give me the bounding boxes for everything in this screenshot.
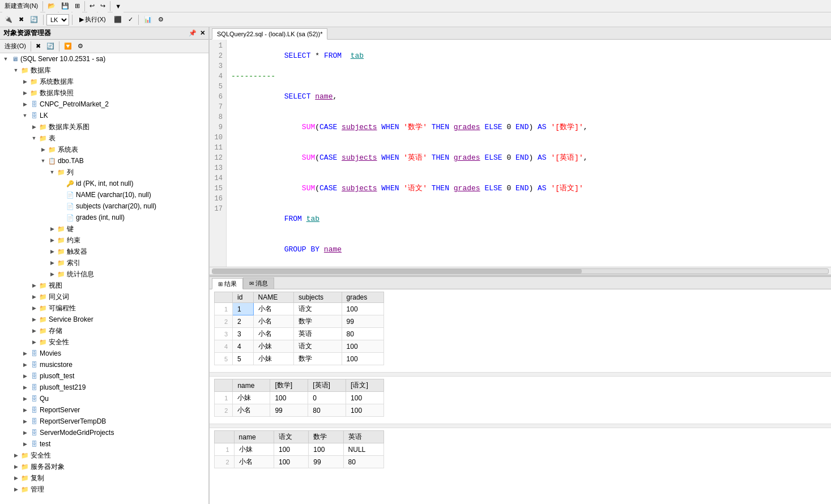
tree-lk-security[interactable]: ▶ 📁 安全性 xyxy=(0,336,208,348)
tree-indexes[interactable]: ▶ 📁 索引 xyxy=(0,257,208,268)
cell-math[interactable]: 99 xyxy=(309,456,343,468)
expand-plusoft-test[interactable]: ▶ xyxy=(20,371,29,381)
hscroll-thumb[interactable] xyxy=(212,269,582,274)
col-header-id[interactable]: id xyxy=(233,292,253,303)
expand-lk-security[interactable]: ▶ xyxy=(29,338,39,347)
col-header-name3[interactable]: name xyxy=(234,431,274,443)
table-row[interactable]: 5 5 小妹 数学 100 xyxy=(215,353,384,365)
expand-prog[interactable]: ▶ xyxy=(29,304,39,313)
toolbar-save[interactable]: 💾 xyxy=(59,0,71,12)
expand-keys[interactable]: ▶ xyxy=(48,224,57,233)
parse-button[interactable]: ✓ xyxy=(126,14,135,26)
cell-name[interactable]: 小妹 xyxy=(233,392,270,404)
expand-broker[interactable]: ▶ xyxy=(29,315,39,324)
expand-sys-tables[interactable]: ▶ xyxy=(39,145,48,154)
expand-reportserver[interactable]: ▶ xyxy=(20,405,29,415)
cell-chinese[interactable]: 100 xyxy=(274,456,308,468)
tree-system-dbs[interactable]: ▶ 📁 系统数据库 xyxy=(0,76,208,87)
cell-chinese[interactable]: 100 xyxy=(346,392,384,404)
cell-name[interactable]: 小妹 xyxy=(253,340,294,353)
tree-lk-tables[interactable]: ▼ 📁 表 xyxy=(0,133,208,144)
tree-col-grades[interactable]: ▶ 📄 grades (int, null) xyxy=(0,212,208,223)
expand-server-security[interactable]: ▶ xyxy=(11,451,20,460)
editor-hscroll[interactable] xyxy=(210,267,831,275)
tree-storage[interactable]: ▶ 📁 存储 xyxy=(0,325,208,336)
expand-indexes[interactable]: ▶ xyxy=(48,258,57,267)
cell-name[interactable]: 小名 xyxy=(253,328,294,340)
expand-views[interactable]: ▶ xyxy=(29,281,39,290)
tree-server-objects[interactable]: ▶ 📁 服务器对象 xyxy=(0,461,208,472)
expand-triggers[interactable]: ▶ xyxy=(48,247,57,256)
toolbar-more[interactable]: ▼ xyxy=(113,0,123,12)
cell-grades[interactable]: 100 xyxy=(342,340,383,353)
expand-constraints[interactable]: ▶ xyxy=(48,236,57,245)
col-header-chinese[interactable]: [语文] xyxy=(346,379,384,392)
cell-name[interactable]: 小名 xyxy=(253,303,294,315)
col-header-math3[interactable]: 数学 xyxy=(309,431,343,443)
cell-grades[interactable]: 80 xyxy=(342,328,383,340)
cell-id[interactable]: 3 xyxy=(233,328,253,340)
cell-math[interactable]: 99 xyxy=(270,404,308,417)
cell-name[interactable]: 小名 xyxy=(233,404,270,417)
cell-grades[interactable]: 100 xyxy=(342,353,383,365)
tree-qu[interactable]: ▶ 🗄 Qu xyxy=(0,393,208,404)
tree-col-subjects[interactable]: ▶ 📄 subjects (varchar(20), null) xyxy=(0,200,208,212)
refresh-icon[interactable]: 🔄 xyxy=(44,40,57,53)
tree-synonyms[interactable]: ▶ 📁 同义词 xyxy=(0,291,208,302)
execute-button[interactable]: ▶ 执行(X) xyxy=(75,14,110,26)
result-tab-messages[interactable]: ✉ 消息 xyxy=(243,277,274,289)
cell-id[interactable]: 4 xyxy=(233,340,253,353)
editor-tab[interactable]: SQLQuery22.sql - (local).LK (sa (52))* xyxy=(212,28,327,40)
tree-service-broker[interactable]: ▶ 📁 Service Broker xyxy=(0,314,208,325)
cell-name[interactable]: 小妹 xyxy=(253,353,294,365)
expand-lk[interactable]: ▼ xyxy=(20,111,29,120)
tree-db-snapshots[interactable]: ▶ 📁 数据库快照 xyxy=(0,87,208,99)
table-row[interactable]: 1 小妹 100 100 NULL xyxy=(215,443,384,456)
tree-servermodegridprojects[interactable]: ▶ 🗄 ServerModeGridProjects xyxy=(0,427,208,438)
table-row[interactable]: 2 2 小名 数学 99 xyxy=(215,315,384,328)
tree-movies[interactable]: ▶ 🗄 Movies xyxy=(0,348,208,359)
expand-synonyms[interactable]: ▶ xyxy=(29,292,39,301)
editor-area[interactable]: 12345 678910 1112131415 1617 SELECT * FR… xyxy=(210,40,831,267)
cell-subjects[interactable]: 数学 xyxy=(294,315,342,328)
tree-server-security[interactable]: ▶ 📁 安全性 xyxy=(0,450,208,461)
cell-grades[interactable]: 99 xyxy=(342,315,383,328)
toolbar-redo[interactable]: ↪ xyxy=(98,0,108,12)
expand-columns[interactable]: ▼ xyxy=(48,168,57,177)
tree-col-id[interactable]: ▶ 🔑 id (PK, int, not null) xyxy=(0,178,208,189)
col-header-name[interactable]: NAME xyxy=(253,292,294,303)
cell-grades[interactable]: 100 xyxy=(342,303,383,315)
cell-math[interactable]: 100 xyxy=(270,392,308,404)
settings-icon[interactable]: ⚙ xyxy=(75,40,86,53)
expand-stats[interactable]: ▶ xyxy=(48,270,57,279)
cell-chinese[interactable]: 100 xyxy=(346,404,384,417)
disconnect-icon[interactable]: ✖ xyxy=(33,40,43,53)
cell-name[interactable]: 小名 xyxy=(253,315,294,328)
tree-management[interactable]: ▶ 📁 管理 xyxy=(0,484,208,495)
database-selector[interactable]: LK xyxy=(46,14,69,25)
toolbar-open[interactable]: 📂 xyxy=(45,0,58,12)
tree-lk-diagram[interactable]: ▶ 📁 数据库关系图 xyxy=(0,121,208,133)
expand-storage[interactable]: ▶ xyxy=(29,326,39,335)
tree-musicstore[interactable]: ▶ 🗄 musicstore xyxy=(0,359,208,370)
expand-movies[interactable]: ▶ xyxy=(20,349,29,358)
col-header-english3[interactable]: 英语 xyxy=(343,431,383,443)
cell-name[interactable]: 小名 xyxy=(234,456,274,468)
toolbar-display-ep[interactable]: 📊 xyxy=(142,14,154,26)
cell-english[interactable]: 80 xyxy=(343,456,383,468)
table-row[interactable]: 1 小妹 100 0 100 xyxy=(215,392,384,404)
tree-keys[interactable]: ▶ 📁 键 xyxy=(0,223,208,234)
tree-views[interactable]: ▶ 📁 视图 xyxy=(0,280,208,291)
menu-new-query[interactable]: 新建查询(N) xyxy=(2,0,40,12)
table-row[interactable]: 1 1 小名 语文 100 xyxy=(215,303,384,315)
cell-id[interactable]: 5 xyxy=(233,353,253,365)
cell-id[interactable]: 2 xyxy=(233,315,253,328)
hscroll-track[interactable] xyxy=(212,268,829,274)
tree-sys-tables[interactable]: ▶ 📁 系统表 xyxy=(0,144,208,155)
toolbar-disconnect[interactable]: ✖ xyxy=(16,14,26,26)
connect-label[interactable]: 连接(O) xyxy=(2,40,28,53)
expand-server[interactable]: ▼ xyxy=(1,54,10,63)
cell-subjects[interactable]: 英语 xyxy=(294,328,342,340)
tree-constraints[interactable]: ▶ 📁 约束 xyxy=(0,234,208,246)
pin-icon[interactable]: 📌 xyxy=(189,29,197,37)
